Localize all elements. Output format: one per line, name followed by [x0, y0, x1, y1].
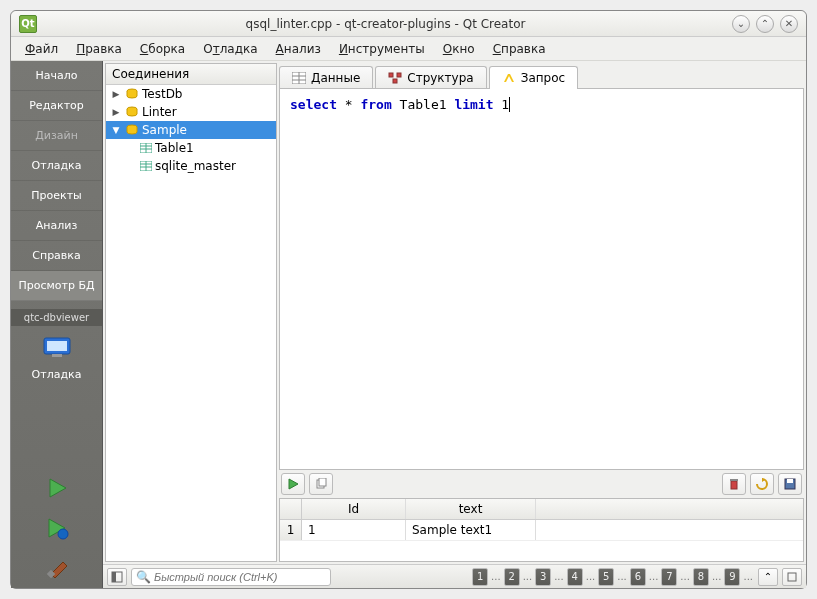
output-pane-6[interactable]: 6 — [630, 568, 646, 586]
output-pane-ellipsis: ... — [616, 571, 628, 582]
mode-start[interactable]: Начало — [11, 61, 102, 91]
svg-rect-37 — [112, 572, 116, 582]
cell-id[interactable]: 1 — [302, 520, 406, 540]
svg-rect-31 — [731, 481, 737, 489]
menu-file[interactable]: ФайлФайлdocument.currentScript.previousE… — [17, 39, 66, 59]
connections-panel: Соединения ▶TestDb▶Linter▼SampleTable1sq… — [105, 63, 277, 562]
toggle-sidebar-button[interactable] — [107, 568, 127, 586]
output-pane-8[interactable]: 8 — [693, 568, 709, 586]
output-pane-ellipsis: ... — [585, 571, 597, 582]
menu-window[interactable]: ОкноОкно — [435, 39, 483, 59]
svg-rect-23 — [389, 73, 393, 77]
mode-projects[interactable]: Проекты — [11, 181, 102, 211]
result-header: Id text — [280, 499, 803, 520]
tree-db-item[interactable]: ▶TestDb — [106, 85, 276, 103]
kit-selector-icon[interactable] — [11, 326, 102, 368]
output-pane-7[interactable]: 7 — [661, 568, 677, 586]
output-pane-4[interactable]: 4 — [567, 568, 583, 586]
svg-rect-38 — [788, 573, 796, 581]
column-text[interactable]: text — [406, 499, 536, 519]
build-button[interactable] — [11, 548, 102, 588]
menu-debug[interactable]: ОтладкаОтладка — [195, 39, 265, 59]
connections-tree[interactable]: ▶TestDb▶Linter▼SampleTable1sqlite_master — [106, 85, 276, 561]
table-icon — [140, 143, 152, 153]
output-toggle-button[interactable]: ⌃ — [758, 568, 778, 586]
database-icon — [125, 106, 139, 118]
svg-marker-28 — [289, 479, 298, 489]
tab-query[interactable]: Запрос — [489, 66, 578, 89]
titlebar: Qt qsql_linter.cpp - qt-creator-plugins … — [11, 11, 806, 37]
expand-arrow-icon[interactable]: ▶ — [110, 107, 122, 117]
kit-debug-label: Отладка — [11, 368, 102, 389]
tree-item-label: sqlite_master — [155, 159, 236, 173]
svg-rect-32 — [730, 479, 738, 481]
menu-help[interactable]: СправкаСправка — [485, 39, 554, 59]
expand-arrow-icon[interactable]: ▼ — [110, 125, 122, 135]
tree-db-item[interactable]: ▼Sample — [106, 121, 276, 139]
output-pane-2[interactable]: 2 — [504, 568, 520, 586]
run-button[interactable] — [11, 468, 102, 508]
svg-rect-24 — [397, 73, 401, 77]
tab-data-label: Данные — [311, 71, 360, 85]
minimize-button[interactable]: ⌄ — [732, 15, 750, 33]
svg-point-5 — [58, 529, 68, 539]
tree-item-label: Sample — [142, 123, 187, 137]
menu-edit[interactable]: ПравкаПравка — [68, 39, 130, 59]
quick-search[interactable]: 🔍 — [131, 568, 331, 586]
output-pane-ellipsis: ... — [648, 571, 660, 582]
svg-rect-2 — [52, 354, 62, 357]
sql-editor[interactable]: select * from Table1 limit 1 — [279, 88, 804, 470]
database-icon — [125, 124, 139, 136]
mode-dbview[interactable]: Просмотр БД — [11, 271, 102, 301]
debug-run-button[interactable] — [11, 508, 102, 548]
menu-tools[interactable]: ИнструментыИнструменты — [331, 39, 433, 59]
save-button[interactable] — [778, 473, 802, 495]
output-pane-9[interactable]: 9 — [724, 568, 740, 586]
output-pane-ellipsis: ... — [711, 571, 723, 582]
search-input[interactable] — [154, 571, 326, 583]
mode-design: Дизайн — [11, 121, 102, 151]
copy-button[interactable] — [309, 473, 333, 495]
window-title: qsql_linter.cpp - qt-creator-plugins - Q… — [45, 17, 726, 31]
svg-rect-35 — [787, 479, 793, 483]
table-row[interactable]: 1 1 Sample text1 — [280, 520, 803, 541]
menu-analysis[interactable]: АнализАнализ — [268, 39, 329, 59]
query-icon — [502, 72, 516, 84]
svg-marker-27 — [508, 74, 514, 82]
tree-db-item[interactable]: ▶Linter — [106, 103, 276, 121]
mode-analysis[interactable]: Анализ — [11, 211, 102, 241]
output-pane-1[interactable]: 1 — [472, 568, 488, 586]
cell-text[interactable]: Sample text1 — [406, 520, 536, 540]
mode-help[interactable]: Справка — [11, 241, 102, 271]
mode-debug[interactable]: Отладка — [11, 151, 102, 181]
expand-arrow-icon[interactable]: ▶ — [110, 89, 122, 99]
mode-editor[interactable]: Редактор — [11, 91, 102, 121]
tab-data[interactable]: Данные — [279, 66, 373, 89]
menubar: ФайлФайлdocument.currentScript.previousE… — [11, 37, 806, 61]
refresh-button[interactable] — [750, 473, 774, 495]
svg-rect-30 — [319, 478, 326, 486]
tree-table-item[interactable]: Table1 — [106, 139, 276, 157]
delete-button[interactable] — [722, 473, 746, 495]
output-pane-3[interactable]: 3 — [535, 568, 551, 586]
output-pane-ellipsis: ... — [490, 571, 502, 582]
tree-item-label: Linter — [142, 105, 177, 119]
tree-table-item[interactable]: sqlite_master — [106, 157, 276, 175]
output-close-button[interactable] — [782, 568, 802, 586]
maximize-button[interactable]: ⌃ — [756, 15, 774, 33]
data-icon — [292, 72, 306, 84]
tree-item-label: TestDb — [142, 87, 183, 101]
database-icon — [125, 88, 139, 100]
query-toolbar — [279, 470, 804, 498]
table-icon — [140, 161, 152, 171]
output-pane-ellipsis: ... — [679, 571, 691, 582]
result-table[interactable]: Id text 1 1 Sample text1 — [279, 498, 804, 562]
content-tabstrip: Данные Структура Запрос — [279, 63, 804, 89]
tab-structure[interactable]: Структура — [375, 66, 486, 89]
column-id[interactable]: Id — [302, 499, 406, 519]
close-button[interactable]: ✕ — [780, 15, 798, 33]
row-number-header — [280, 499, 302, 519]
output-pane-5[interactable]: 5 — [598, 568, 614, 586]
menu-build[interactable]: СборкаСборка — [132, 39, 193, 59]
execute-button[interactable] — [281, 473, 305, 495]
